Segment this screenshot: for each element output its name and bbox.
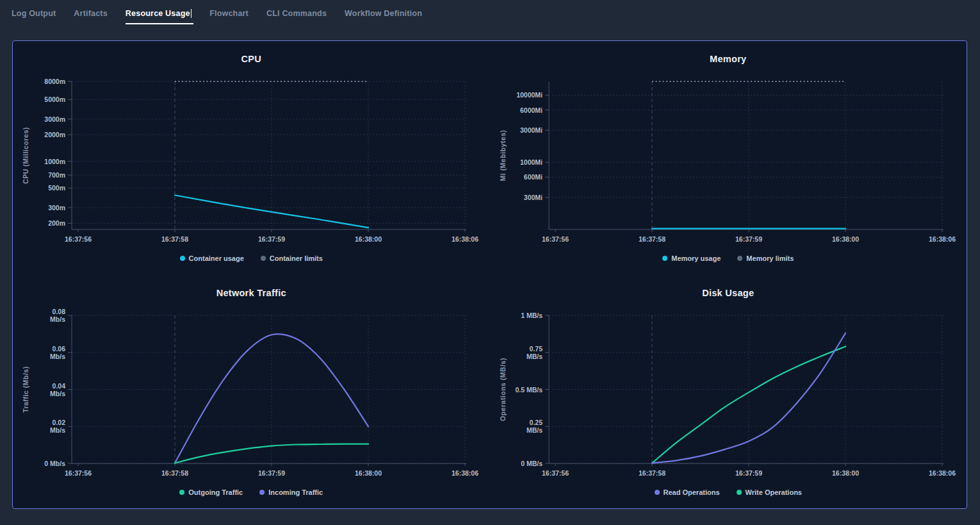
chart-disk: Disk Usage1 MB/s0.75MB/s0.5 MB/s0.25MB/s… [490, 275, 967, 509]
svg-text:16:37:59: 16:37:59 [735, 235, 762, 243]
legend-item-outgoing-traffic[interactable]: Outgoing Traffic [179, 488, 243, 496]
chart-legend-disk: Read OperationsWrite Operations [655, 488, 802, 496]
tab-cli-commands[interactable]: CLI Commands [266, 9, 327, 24]
chart-canvas-memory: 10000Mi6000Mi3000Mi1000Mi600Mi300Mi16:37… [491, 72, 965, 247]
svg-text:2000m: 2000m [45, 131, 66, 138]
legend-item-memory-usage[interactable]: Memory usage [662, 254, 721, 262]
svg-text:16:37:58: 16:37:58 [161, 469, 188, 477]
y-axis-title: Traffic (Mb/s) [22, 366, 29, 412]
svg-text:16:37:58: 16:37:58 [639, 469, 666, 477]
svg-text:0.75: 0.75 [529, 344, 543, 352]
y-axis-title: Mi (Mebibytes) [499, 130, 507, 181]
svg-text:500m: 500m [48, 184, 65, 192]
legend-dot [737, 490, 742, 495]
svg-text:Mb/s: Mb/s [50, 352, 65, 360]
chart-cpu: CPU8000m5000m3000m2000m1000m700m500m300m… [13, 41, 490, 275]
svg-text:16:38:00: 16:38:00 [355, 469, 382, 477]
tab-bar: Log OutputArtifactsResource UsageFlowcha… [0, 0, 980, 29]
svg-text:10000Mi: 10000Mi [516, 91, 543, 99]
charts-grid: CPU8000m5000m3000m2000m1000m700m500m300m… [13, 41, 967, 508]
legend-dot [261, 256, 266, 261]
legend-label: Outgoing Traffic [188, 488, 243, 496]
legend-label: Incoming Traffic [268, 488, 323, 496]
svg-text:16:38:00: 16:38:00 [832, 469, 859, 477]
legend-item-container-usage[interactable]: Container usage [180, 254, 244, 262]
chart-title-disk: Disk Usage [702, 288, 754, 299]
legend-dot [179, 490, 184, 495]
legend-item-incoming-traffic[interactable]: Incoming Traffic [259, 488, 323, 496]
text-caret [191, 9, 192, 18]
chart-title-network: Network Traffic [216, 288, 286, 299]
chart-legend-cpu: Container usageContainer limits [180, 254, 323, 262]
svg-text:0.04: 0.04 [53, 381, 66, 389]
tab-label: Resource Usage [126, 9, 190, 18]
svg-text:5000m: 5000m [45, 96, 66, 103]
svg-text:0.06: 0.06 [53, 344, 66, 352]
svg-text:300m: 300m [48, 204, 65, 212]
svg-text:16:37:56: 16:37:56 [542, 469, 569, 477]
chart-canvas-network: 0.08Mb/s0.06Mb/s0.04Mb/s0.02Mb/s0 Mb/s16… [14, 306, 488, 481]
legend-label: Container limits [270, 254, 323, 262]
svg-text:16:37:59: 16:37:59 [258, 469, 285, 477]
legend-dot [180, 256, 185, 261]
svg-text:0.25: 0.25 [529, 419, 543, 426]
chart-legend-network: Outgoing TrafficIncoming Traffic [179, 488, 323, 496]
svg-text:16:37:59: 16:37:59 [258, 235, 285, 243]
tab-artifacts[interactable]: Artifacts [74, 9, 108, 24]
tab-label: Flowchart [209, 9, 249, 18]
tab-workflow-definition[interactable]: Workflow Definition [345, 9, 422, 24]
legend-item-write-operations[interactable]: Write Operations [737, 488, 802, 496]
svg-text:16:37:58: 16:37:58 [639, 235, 666, 243]
chart-title-memory: Memory [710, 54, 746, 65]
svg-text:16:37:56: 16:37:56 [65, 469, 92, 477]
tab-flowchart[interactable]: Flowchart [209, 9, 249, 24]
svg-text:3000Mi: 3000Mi [520, 126, 543, 134]
svg-text:16:38:00: 16:38:00 [355, 235, 382, 243]
svg-text:1000Mi: 1000Mi [520, 158, 543, 166]
chart-legend-memory: Memory usageMemory limits [662, 254, 794, 262]
legend-label: Container usage [189, 254, 244, 262]
tab-label: Artifacts [74, 9, 108, 18]
svg-text:Mb/s: Mb/s [50, 426, 65, 434]
svg-text:700m: 700m [48, 171, 65, 179]
tab-label: CLI Commands [266, 9, 327, 18]
svg-text:MB/s: MB/s [527, 426, 543, 434]
svg-text:200m: 200m [48, 219, 65, 227]
y-axis-title: Operations (MB/s) [499, 358, 507, 421]
svg-text:0 MB/s: 0 MB/s [521, 460, 543, 467]
svg-text:16:37:56: 16:37:56 [65, 235, 92, 243]
svg-text:0 Mb/s: 0 Mb/s [45, 460, 66, 467]
legend-dot [737, 256, 742, 261]
legend-item-memory-limits[interactable]: Memory limits [737, 254, 794, 262]
tab-log-output[interactable]: Log Output [12, 9, 56, 24]
tab-label: Workflow Definition [345, 9, 422, 18]
svg-text:16:38:06: 16:38:06 [929, 469, 956, 477]
svg-text:16:37:56: 16:37:56 [542, 235, 569, 243]
svg-text:1000m: 1000m [45, 158, 66, 165]
svg-text:16:37:58: 16:37:58 [161, 235, 188, 243]
svg-text:16:38:06: 16:38:06 [452, 469, 478, 477]
svg-text:0.08: 0.08 [53, 308, 66, 315]
svg-text:0.5 MB/s: 0.5 MB/s [515, 385, 543, 393]
legend-item-read-operations[interactable]: Read Operations [655, 488, 720, 496]
chart-canvas-cpu: 8000m5000m3000m2000m1000m700m500m300m200… [14, 72, 488, 247]
chart-title-cpu: CPU [241, 54, 261, 65]
tab-resource-usage[interactable]: Resource Usage [126, 9, 192, 24]
svg-text:300Mi: 300Mi [524, 194, 543, 201]
tab-label: Log Output [12, 9, 56, 18]
svg-text:600Mi: 600Mi [524, 173, 543, 181]
svg-text:Mb/s: Mb/s [50, 389, 65, 397]
legend-dot [655, 490, 660, 495]
resource-usage-panel: CPU8000m5000m3000m2000m1000m700m500m300m… [12, 40, 967, 509]
svg-text:6000Mi: 6000Mi [520, 106, 543, 114]
legend-item-container-limits[interactable]: Container limits [261, 254, 323, 262]
legend-label: Memory limits [746, 254, 794, 262]
svg-text:1 MB/s: 1 MB/s [521, 312, 543, 319]
svg-text:16:38:00: 16:38:00 [832, 235, 859, 243]
svg-text:8000m: 8000m [45, 78, 66, 85]
svg-text:16:38:06: 16:38:06 [452, 235, 478, 243]
legend-label: Write Operations [746, 488, 802, 496]
legend-dot [662, 256, 667, 261]
legend-dot [259, 490, 265, 495]
chart-network: Network Traffic0.08Mb/s0.06Mb/s0.04Mb/s0… [13, 275, 490, 509]
